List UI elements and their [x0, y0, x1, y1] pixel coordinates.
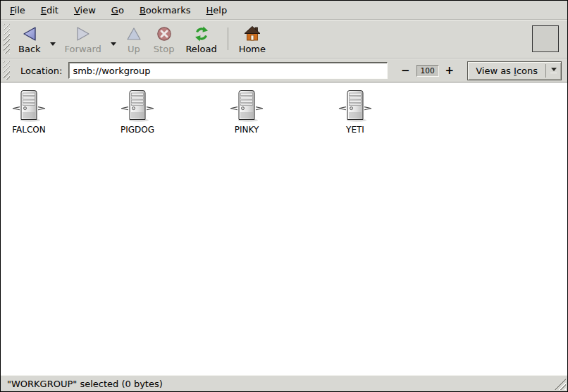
server-label: YETI: [346, 125, 364, 135]
server-label: FALCON: [12, 125, 46, 135]
server-label: PINKY: [235, 125, 259, 135]
network-server-icon: [338, 90, 372, 122]
forward-button[interactable]: Forward: [59, 22, 107, 56]
server-item-yeti[interactable]: YETI: [328, 90, 383, 135]
toolbar-grip-handle[interactable]: [4, 24, 10, 54]
menu-edit[interactable]: Edit: [33, 2, 66, 18]
stop-icon: [156, 25, 173, 42]
arrow-left-icon: [21, 25, 38, 42]
back-history-dropdown[interactable]: [47, 32, 59, 56]
home-icon: [244, 25, 261, 42]
server-label: PIGDOG: [121, 125, 154, 135]
chevron-down-icon: [111, 42, 116, 46]
home-button[interactable]: Home: [233, 22, 271, 56]
menu-file[interactable]: File: [2, 2, 33, 18]
toolbar: Back Forward Up: [1, 20, 567, 59]
throbber-sphere-icon: [533, 27, 557, 51]
server-item-pigdog[interactable]: PIGDOG: [110, 90, 165, 135]
arrow-right-icon: [75, 25, 92, 42]
zoom-out-button[interactable]: −: [398, 66, 413, 75]
view-as-dropdown-button[interactable]: [546, 62, 561, 80]
status-bar: "WORKGROUP" selected (0 bytes): [1, 375, 567, 391]
up-button[interactable]: Up: [120, 22, 148, 56]
server-item-falcon[interactable]: FALCON: [1, 90, 56, 135]
resize-grip[interactable]: [554, 378, 566, 390]
view-as-combobox[interactable]: View as Icons: [467, 61, 562, 80]
view-as-label: View as Icons: [468, 62, 545, 80]
toolbar-separator: [228, 27, 228, 50]
network-server-icon: [230, 90, 264, 122]
menu-help[interactable]: Help: [199, 2, 235, 18]
icon-view[interactable]: FALCON PIGDOG: [1, 82, 567, 375]
menu-bar: File Edit View Go Bookmarks Help: [1, 1, 567, 20]
file-manager-window: File Edit View Go Bookmarks Help Back: [0, 0, 568, 392]
network-server-icon: [121, 90, 154, 122]
chevron-down-icon: [551, 68, 557, 71]
forward-history-dropdown[interactable]: [107, 32, 120, 56]
location-bar: Location: − 100 + View as Icons: [1, 59, 567, 82]
menu-bookmarks[interactable]: Bookmarks: [132, 2, 199, 18]
back-button[interactable]: Back: [13, 22, 47, 56]
stop-button[interactable]: Stop: [148, 22, 180, 56]
menu-go[interactable]: Go: [104, 2, 132, 18]
zoom-in-button[interactable]: +: [443, 66, 457, 75]
chevron-down-icon: [50, 42, 56, 46]
server-item-pinky[interactable]: PINKY: [219, 90, 274, 135]
status-text: "WORKGROUP" selected (0 bytes): [7, 379, 163, 389]
locationbar-grip-handle[interactable]: [4, 61, 10, 80]
arrow-up-icon: [125, 25, 142, 42]
location-label: Location:: [20, 66, 62, 76]
zoom-level-indicator: 100: [416, 65, 439, 77]
reload-button[interactable]: Reload: [180, 22, 222, 56]
location-input[interactable]: [68, 62, 388, 79]
throbber-frame: [532, 25, 559, 52]
menu-view[interactable]: View: [66, 2, 104, 18]
network-server-icon: [12, 90, 46, 122]
reload-icon: [193, 25, 210, 42]
